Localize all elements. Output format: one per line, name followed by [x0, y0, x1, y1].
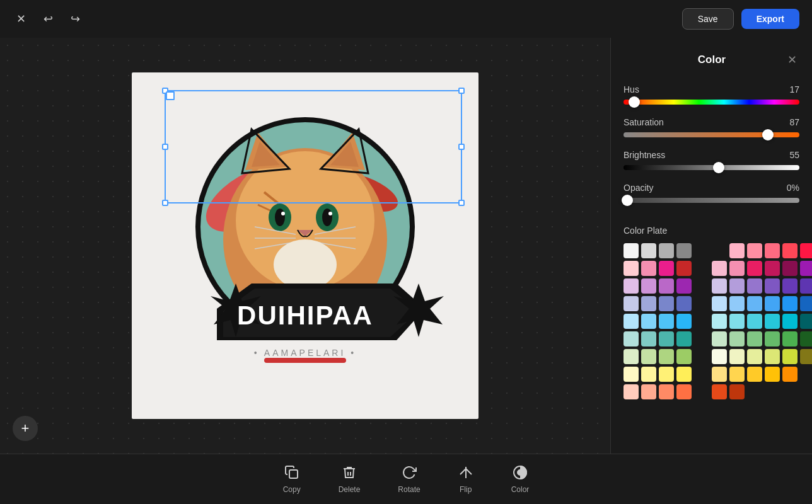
color-tool[interactable]: Color [511, 465, 530, 494]
save-button[interactable]: Save [682, 8, 734, 30]
color-swatch[interactable] [782, 243, 798, 258]
color-swatch[interactable] [800, 331, 812, 346]
color-swatch[interactable] [641, 278, 656, 294]
color-swatch[interactable] [659, 261, 674, 276]
color-swatch[interactable] [641, 243, 656, 258]
copy-tool[interactable]: Copy [283, 465, 301, 494]
color-swatch[interactable] [624, 384, 639, 399]
color-swatch[interactable] [765, 261, 780, 276]
color-swatch[interactable] [782, 296, 798, 311]
hue-thumb[interactable] [629, 96, 640, 108]
color-swatch[interactable] [782, 314, 798, 329]
redo-button[interactable]: ↪ [67, 8, 84, 30]
color-swatch[interactable] [782, 261, 798, 276]
color-swatch[interactable] [624, 296, 639, 311]
color-swatch[interactable] [729, 314, 745, 329]
color-swatch[interactable] [747, 367, 762, 382]
close-panel-button[interactable]: ✕ [785, 50, 799, 69]
color-swatch[interactable] [729, 296, 745, 311]
export-button[interactable]: Export [741, 9, 799, 29]
flip-tool[interactable]: Flip [458, 465, 473, 494]
color-swatch[interactable] [641, 367, 656, 382]
color-swatch[interactable] [676, 296, 692, 311]
canvas-area[interactable]: DUIHIPAA • AAMAPELARI • + [0, 38, 610, 454]
handle-tl[interactable] [162, 88, 168, 94]
color-swatch[interactable] [676, 331, 692, 346]
color-swatch[interactable] [765, 243, 780, 258]
color-swatch[interactable] [624, 261, 639, 276]
color-swatch[interactable] [729, 278, 745, 294]
color-swatch[interactable] [765, 314, 780, 329]
color-swatch[interactable] [747, 314, 762, 329]
color-swatch[interactable] [641, 384, 656, 399]
color-swatch[interactable] [659, 384, 674, 399]
saturation-slider[interactable] [624, 132, 799, 137]
color-swatch[interactable] [729, 243, 745, 258]
color-swatch[interactable] [765, 331, 780, 346]
color-swatch[interactable] [659, 278, 674, 294]
color-swatch[interactable] [624, 331, 639, 346]
color-swatch[interactable] [765, 349, 780, 364]
color-swatch[interactable] [624, 314, 639, 329]
color-swatch[interactable] [765, 278, 780, 294]
color-swatch[interactable] [712, 314, 727, 329]
color-swatch[interactable] [800, 261, 812, 276]
color-swatch[interactable] [676, 278, 692, 294]
color-swatch[interactable] [641, 261, 656, 276]
rotate-tool[interactable]: Rotate [398, 465, 420, 494]
brightness-thumb[interactable] [713, 162, 724, 173]
color-swatch[interactable] [782, 367, 798, 382]
color-swatch[interactable] [641, 314, 656, 329]
color-swatch[interactable] [712, 261, 727, 276]
handle-tr[interactable] [458, 88, 465, 94]
color-swatch[interactable] [747, 278, 762, 294]
color-swatch[interactable] [729, 367, 745, 382]
color-swatch[interactable] [659, 331, 674, 346]
add-button[interactable]: + [13, 416, 38, 441]
color-swatch[interactable] [676, 367, 692, 382]
color-swatch[interactable] [659, 296, 674, 311]
color-swatch[interactable] [800, 278, 812, 294]
opacity-thumb[interactable] [622, 195, 633, 206]
color-swatch[interactable] [747, 296, 762, 311]
color-swatch[interactable] [765, 296, 780, 311]
color-swatch[interactable] [641, 296, 656, 311]
color-swatch[interactable] [747, 331, 762, 346]
color-swatch[interactable] [624, 243, 639, 258]
color-swatch[interactable] [676, 243, 692, 258]
color-swatch[interactable] [747, 349, 762, 364]
color-swatch[interactable] [712, 278, 727, 294]
undo-button[interactable]: ↩ [40, 8, 57, 30]
color-swatch[interactable] [782, 331, 798, 346]
color-swatch[interactable] [676, 349, 692, 364]
color-swatch[interactable] [712, 331, 727, 346]
color-swatch[interactable] [712, 296, 727, 311]
close-button[interactable]: ✕ [13, 8, 30, 30]
color-swatch[interactable] [729, 261, 745, 276]
handle-mr[interactable] [458, 144, 465, 150]
delete-tool[interactable]: Delete [339, 465, 361, 494]
color-swatch[interactable] [729, 331, 745, 346]
color-swatch[interactable] [624, 278, 639, 294]
color-swatch[interactable] [712, 349, 727, 364]
color-swatch[interactable] [659, 349, 674, 364]
color-swatch[interactable] [782, 278, 798, 294]
color-swatch[interactable] [747, 261, 762, 276]
color-swatch[interactable] [765, 367, 780, 382]
color-swatch[interactable] [729, 349, 745, 364]
handle-br[interactable] [458, 200, 465, 206]
color-swatch[interactable] [624, 367, 639, 382]
hue-slider[interactable] [624, 100, 799, 105]
color-swatch[interactable] [800, 296, 812, 311]
saturation-thumb[interactable] [762, 129, 774, 140]
color-swatch[interactable] [659, 367, 674, 382]
color-swatch[interactable] [747, 243, 762, 258]
color-swatch[interactable] [659, 243, 674, 258]
color-swatch[interactable] [729, 384, 745, 399]
color-swatch[interactable] [800, 314, 812, 329]
color-swatch[interactable] [641, 331, 656, 346]
color-swatch[interactable] [676, 384, 692, 399]
color-swatch[interactable] [800, 349, 812, 364]
color-swatch[interactable] [712, 367, 727, 382]
color-swatch[interactable] [624, 349, 639, 364]
